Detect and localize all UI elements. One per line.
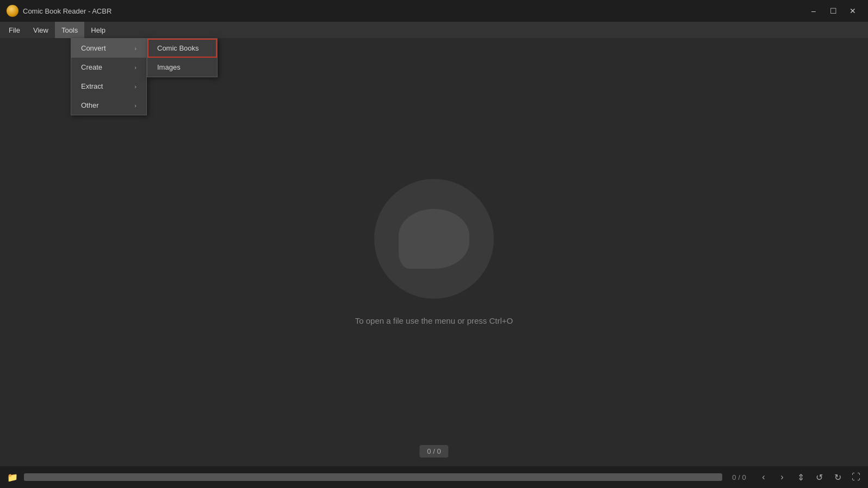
progress-bar: [24, 473, 722, 481]
app-logo: [7, 5, 18, 17]
menu-help[interactable]: Help: [84, 22, 112, 38]
submenu-images[interactable]: Images: [147, 58, 217, 77]
tools-dropdown: Convert › Create › Extract › Other ›: [71, 38, 147, 115]
fit-button[interactable]: ⇕: [793, 470, 808, 485]
chevron-right-icon: ›: [134, 102, 137, 109]
submenu-comic-books[interactable]: Comic Books: [147, 39, 217, 58]
menubar: File View Tools Help: [0, 22, 868, 38]
menu-tools[interactable]: Tools: [55, 22, 84, 38]
prev-page-button[interactable]: ‹: [756, 470, 771, 485]
folder-button[interactable]: 📁: [4, 470, 21, 485]
speech-bubble-icon: [399, 209, 469, 269]
fullscreen-button[interactable]: ⛶: [848, 470, 864, 485]
titlebar-left: Comic Book Reader - ACBR: [7, 5, 111, 17]
next-page-button[interactable]: ›: [774, 470, 790, 485]
chevron-right-icon: ›: [134, 45, 137, 52]
tools-convert[interactable]: Convert ›: [71, 39, 146, 58]
close-button[interactable]: ✕: [844, 3, 861, 18]
page-count: 0 / 0: [726, 473, 753, 481]
minimize-button[interactable]: –: [805, 3, 822, 18]
tools-create[interactable]: Create ›: [71, 58, 146, 77]
titlebar: Comic Book Reader - ACBR – ☐ ✕: [0, 0, 868, 22]
titlebar-title: Comic Book Reader - ACBR: [23, 7, 111, 15]
page-indicator: 0 / 0: [419, 445, 448, 458]
titlebar-controls: – ☐ ✕: [805, 3, 861, 18]
menu-view[interactable]: View: [27, 22, 55, 38]
tools-extract[interactable]: Extract ›: [71, 77, 146, 96]
page-total: 0: [437, 447, 441, 455]
menu-file[interactable]: File: [2, 22, 27, 38]
chevron-right-icon: ›: [134, 83, 137, 90]
bottombar: 📁 0 / 0 ‹ › ⇕ ↺ ↻ ⛶: [0, 466, 868, 488]
convert-submenu: Comic Books Images: [147, 38, 218, 77]
center-icon: [374, 179, 494, 299]
chevron-right-icon: ›: [134, 64, 137, 71]
rotate-button[interactable]: ↺: [811, 470, 827, 485]
tools-other[interactable]: Other ›: [71, 96, 146, 115]
maximize-button[interactable]: ☐: [824, 3, 842, 18]
open-hint: To open a file use the menu or press Ctr…: [355, 316, 513, 325]
reload-button[interactable]: ↻: [830, 470, 845, 485]
